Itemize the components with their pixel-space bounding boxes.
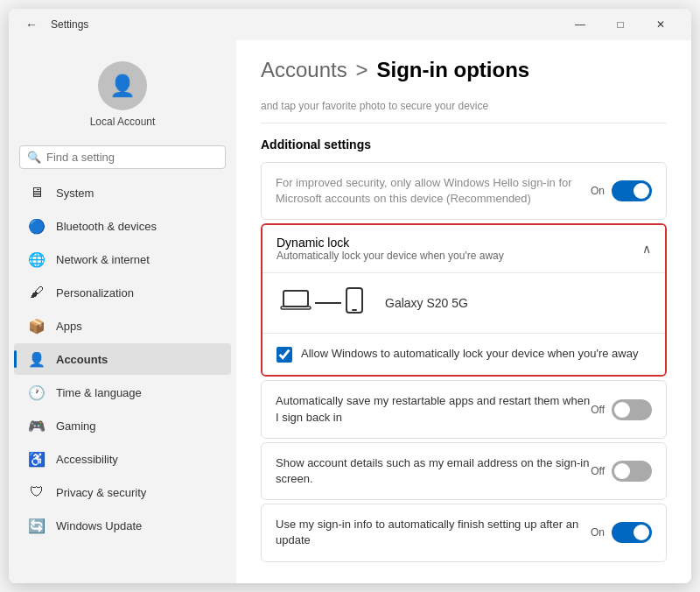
search-box[interactable]: 🔍 xyxy=(19,145,226,169)
signin-info-toggle[interactable] xyxy=(612,522,652,543)
dynamic-lock-checkbox-row: Allow Windows to automatically lock your… xyxy=(262,334,665,375)
window-controls: — □ ✕ xyxy=(560,9,681,40)
active-indicator xyxy=(14,350,17,368)
account-details-card: Show account details such as my email ad… xyxy=(261,442,667,500)
network-icon: 🌐 xyxy=(28,250,46,268)
connection-line xyxy=(315,302,341,304)
breadcrumb-current: Sign-in options xyxy=(377,58,530,81)
laptop-icon xyxy=(280,288,312,319)
page-header: Accounts > Sign-in options xyxy=(261,58,667,82)
toggle-knob xyxy=(614,463,630,479)
top-partial-text: and tap your favorite photo to secure yo… xyxy=(261,100,488,112)
breadcrumb-parent: Accounts xyxy=(261,58,347,81)
sidebar-item-label: Time & language xyxy=(56,386,142,399)
bluetooth-icon: 🔵 xyxy=(28,217,46,235)
account-details-toggle[interactable] xyxy=(612,461,652,482)
signin-info-card: Use my sign-in info to automatically fin… xyxy=(261,504,667,561)
minimize-button[interactable]: — xyxy=(560,9,600,40)
windows-hello-toggle[interactable] xyxy=(612,180,652,201)
gaming-icon: 🎮 xyxy=(28,417,46,434)
apps-icon: 📦 xyxy=(28,317,46,335)
sidebar-item-accessibility[interactable]: ♿ Accessibility xyxy=(14,443,231,475)
dynamic-lock-checkbox[interactable] xyxy=(276,347,292,363)
sidebar-item-apps[interactable]: 📦 Apps xyxy=(14,310,231,342)
maximize-button[interactable]: □ xyxy=(600,9,640,40)
search-icon: 🔍 xyxy=(27,151,41,164)
sidebar-item-label: Personalization xyxy=(56,286,134,300)
time-icon: 🕐 xyxy=(28,384,46,401)
top-partial-row: and tap your favorite photo to secure yo… xyxy=(261,100,667,123)
sidebar-item-privacy[interactable]: 🛡 Privacy & security xyxy=(14,476,231,508)
search-input[interactable] xyxy=(46,151,218,164)
restartable-apps-card: Automatically save my restartable apps a… xyxy=(261,380,667,438)
restartable-apps-text: Automatically save my restartable apps a… xyxy=(276,393,591,425)
toggle-knob xyxy=(614,402,630,418)
sidebar-item-label: Network & internet xyxy=(56,253,150,266)
title-bar-left: ← Settings xyxy=(19,12,560,37)
content-area: 👤 Local Account 🔍 🖥 System 🔵 Bluetooth &… xyxy=(9,40,691,583)
dynamic-lock-header[interactable]: Dynamic lock Automatically lock your dev… xyxy=(262,225,665,272)
svg-rect-0 xyxy=(284,291,308,307)
restartable-apps-toggle-label: Off xyxy=(591,404,605,416)
account-details-text: Show account details such as my email ad… xyxy=(276,455,591,487)
additional-settings-title: Additional settings xyxy=(261,137,667,152)
sidebar-item-label: Accounts xyxy=(56,353,108,366)
update-icon: 🔄 xyxy=(28,517,46,534)
sidebar-item-label: Privacy & security xyxy=(56,486,146,499)
title-bar: ← Settings — □ ✕ xyxy=(9,9,691,40)
svg-rect-3 xyxy=(352,309,357,311)
sidebar-item-label: Bluetooth & devices xyxy=(56,220,157,233)
dynamic-lock-checkbox-label: Allow Windows to automatically lock your… xyxy=(301,346,638,362)
sidebar-item-label: Gaming xyxy=(56,419,96,433)
sidebar-item-update[interactable]: 🔄 Windows Update xyxy=(14,510,231,541)
signin-info-toggle-label: On xyxy=(591,526,605,539)
settings-window: ← Settings — □ ✕ 👤 Local Account 🔍 🖥 Sys… xyxy=(9,9,691,583)
svg-rect-1 xyxy=(281,307,311,309)
back-button[interactable]: ← xyxy=(19,12,44,37)
windows-hello-card: For improved security, only allow Window… xyxy=(261,162,667,220)
dynamic-lock-card: Dynamic lock Automatically lock your dev… xyxy=(261,223,667,377)
dynamic-lock-header-text: Dynamic lock Automatically lock your dev… xyxy=(276,236,642,262)
phone-icon xyxy=(345,287,364,319)
personalization-icon: 🖌 xyxy=(28,284,46,301)
dynamic-lock-title: Dynamic lock xyxy=(276,236,642,250)
chevron-up-icon: ∧ xyxy=(642,242,651,256)
sidebar-item-time[interactable]: 🕐 Time & language xyxy=(14,377,231,408)
accounts-icon: 👤 xyxy=(28,350,46,368)
windows-hello-text: For improved security, only allow Window… xyxy=(276,175,591,207)
account-section: 👤 Local Account xyxy=(9,47,236,138)
sidebar-item-label: System xyxy=(56,187,94,200)
sidebar-item-bluetooth[interactable]: 🔵 Bluetooth & devices xyxy=(14,210,231,242)
dynamic-lock-subtitle: Automatically lock your device when you'… xyxy=(276,250,642,262)
dynamic-lock-device-row: Galaxy S20 5G xyxy=(262,272,665,334)
sidebar-item-label: Windows Update xyxy=(56,519,142,532)
toggle-knob xyxy=(634,183,649,199)
signin-info-row: Use my sign-in info to automatically fin… xyxy=(262,504,666,560)
account-details-toggle-label: Off xyxy=(591,465,605,477)
signin-info-text: Use my sign-in info to automatically fin… xyxy=(276,517,591,548)
system-icon: 🖥 xyxy=(28,184,46,201)
restartable-apps-row: Automatically save my restartable apps a… xyxy=(262,381,666,437)
toggle-knob xyxy=(634,525,649,540)
sidebar: 👤 Local Account 🔍 🖥 System 🔵 Bluetooth &… xyxy=(9,40,236,583)
account-details-row: Show account details such as my email ad… xyxy=(262,443,666,499)
device-name: Galaxy S20 5G xyxy=(385,296,468,310)
breadcrumb: Accounts > Sign-in options xyxy=(261,58,667,82)
sidebar-item-personalization[interactable]: 🖌 Personalization xyxy=(14,277,231,308)
sidebar-item-system[interactable]: 🖥 System xyxy=(14,177,231,208)
windows-hello-row: For improved security, only allow Window… xyxy=(262,163,666,219)
breadcrumb-separator: > xyxy=(356,58,368,81)
accessibility-icon: ♿ xyxy=(28,450,46,468)
sidebar-item-label: Apps xyxy=(56,320,82,333)
window-title: Settings xyxy=(51,18,88,31)
avatar: 👤 xyxy=(98,61,147,110)
main-content: Accounts > Sign-in options and tap your … xyxy=(236,40,691,583)
sidebar-item-accounts[interactable]: 👤 Accounts xyxy=(14,343,231,375)
svg-rect-2 xyxy=(346,288,362,313)
close-button[interactable]: ✕ xyxy=(640,9,681,40)
privacy-icon: 🛡 xyxy=(28,483,46,501)
sidebar-item-network[interactable]: 🌐 Network & internet xyxy=(14,243,231,275)
windows-hello-toggle-label: On xyxy=(591,185,605,197)
sidebar-item-gaming[interactable]: 🎮 Gaming xyxy=(14,410,231,441)
restartable-apps-toggle[interactable] xyxy=(612,399,652,420)
